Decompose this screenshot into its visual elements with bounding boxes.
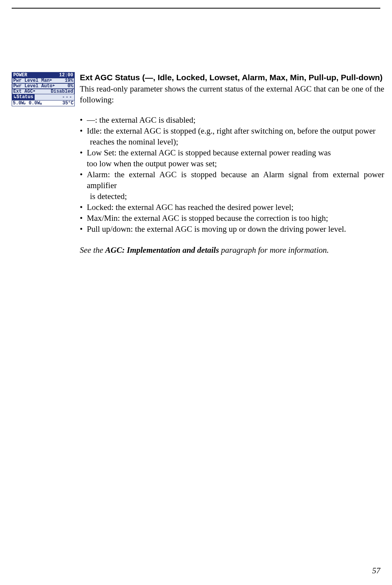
list-item: • Idle: the external AGC is stopped (e.g… xyxy=(80,125,384,147)
bullet-line: reaches the nominal level); xyxy=(87,136,384,147)
list-item: • —: the external AGC is disabled; xyxy=(80,115,384,125)
section-heading: Ext AGC Status (—, Idle, Locked, Lowset,… xyxy=(80,72,384,83)
lcd-row-pwr-man: Pwr Level Man‣ 19% xyxy=(12,78,74,83)
bullet-line: Alarm: the external AGC is stopped becau… xyxy=(87,170,384,190)
top-rule xyxy=(12,8,380,9)
bullet-line: Locked: the external AGC has reached the… xyxy=(87,203,294,212)
bullet-text: Low Set: the external AGC is stopped bec… xyxy=(87,147,384,169)
bullet-icon: • xyxy=(80,202,87,213)
see-also: See the AGC: Implementation and details … xyxy=(80,245,384,255)
lcd-footer-mid-val: 0.0W xyxy=(29,100,40,106)
list-item: • Max/Min: the external AGC is stopped b… xyxy=(80,213,384,224)
lcd-row3-left: Ext AGC‣ xyxy=(13,89,36,94)
lcd-title-right: 12:00 xyxy=(59,72,73,78)
bullet-line: too low when the output power was set; xyxy=(87,158,384,169)
list-item: • Pull up/down: the external AGC is movi… xyxy=(80,224,384,234)
bullet-icon: • xyxy=(80,213,87,224)
lcd-row2-left: Pwr Level Auto‣ xyxy=(13,83,55,89)
bullet-text: Idle: the external AGC is stopped (e.g.,… xyxy=(87,125,384,147)
lcd-row-ext-agc: Ext AGC‣ Disabled xyxy=(12,89,74,94)
lcd-row-status: ↳Status --- xyxy=(12,94,74,100)
list-item: • Alarm: the external AGC is stopped bec… xyxy=(80,169,384,202)
lcd-row-pwr-auto: Pwr Level Auto‣ 0% xyxy=(12,83,74,89)
content-area: POWER 12:00 Pwr Level Man‣ 19% Pwr Level… xyxy=(12,72,384,255)
lcd-title-left: POWER xyxy=(13,72,27,78)
lcd-row1-right: 19% xyxy=(65,78,73,83)
lcd-row2-right: 0% xyxy=(68,83,73,89)
bullet-line: Pull up/down: the external AGC is moving… xyxy=(87,224,346,234)
bullet-icon: • xyxy=(80,224,87,234)
bullet-icon: • xyxy=(80,169,87,202)
bullet-icon: • xyxy=(80,147,87,169)
lcd-footer-left-val: 5.0W xyxy=(13,100,24,106)
bullet-text: —: the external AGC is disabled; xyxy=(87,115,384,125)
bullet-text: Max/Min: the external AGC is stopped bec… xyxy=(87,213,384,224)
bullet-line: Low Set: the external AGC is stopped bec… xyxy=(87,148,331,157)
lcd-row1-left: Pwr Level Man‣ xyxy=(13,78,53,83)
list-item: • Locked: the external AGC has reached t… xyxy=(80,202,384,213)
lcd-footer-left-sub: F xyxy=(24,102,26,106)
see-also-pre: See the xyxy=(80,245,105,255)
page: POWER 12:00 Pwr Level Man‣ 19% Pwr Level… xyxy=(0,0,392,585)
see-also-ref: AGC: Implementation and details xyxy=(105,245,219,255)
body-text: Ext AGC Status (—, Idle, Locked, Lowset,… xyxy=(74,72,384,255)
bullet-line: Max/Min: the external AGC is stopped bec… xyxy=(87,213,328,223)
lcd-screen: POWER 12:00 Pwr Level Man‣ 19% Pwr Level… xyxy=(12,72,75,106)
bullet-text: Pull up/down: the external AGC is moving… xyxy=(87,224,384,234)
bullet-line: is detected; xyxy=(87,191,384,202)
list-item: • Low Set: the external AGC is stopped b… xyxy=(80,147,384,169)
bullet-text: Locked: the external AGC has reached the… xyxy=(87,202,384,213)
lcd-figure: POWER 12:00 Pwr Level Man‣ 19% Pwr Level… xyxy=(12,72,74,106)
lcd-status-tab: ↳Status xyxy=(12,94,35,100)
intro-paragraph: This read-only parameter shows the curre… xyxy=(80,83,384,105)
lcd-footer-left: 5.0WF 0.0WR xyxy=(13,100,42,106)
lcd-footer: 5.0WF 0.0WR 35°C xyxy=(12,100,74,106)
bullet-line: —: the external AGC is disabled; xyxy=(87,115,195,125)
bullet-icon: • xyxy=(80,125,87,147)
see-also-post: paragraph for more information. xyxy=(219,245,329,255)
bullet-list: • —: the external AGC is disabled; • Idl… xyxy=(80,115,384,234)
bullet-text: Alarm: the external AGC is stopped becau… xyxy=(87,169,384,202)
lcd-footer-mid-sub: R xyxy=(40,102,42,106)
page-number: 57 xyxy=(372,566,380,576)
lcd-footer-right: 35°C xyxy=(62,100,74,106)
bullet-line: Idle: the external AGC is stopped (e.g.,… xyxy=(87,126,376,136)
lcd-titlebar: POWER 12:00 xyxy=(12,72,74,78)
lcd-status-value: --- xyxy=(35,95,74,100)
bullet-icon: • xyxy=(80,115,87,125)
lcd-row3-right: Disabled xyxy=(51,89,73,94)
